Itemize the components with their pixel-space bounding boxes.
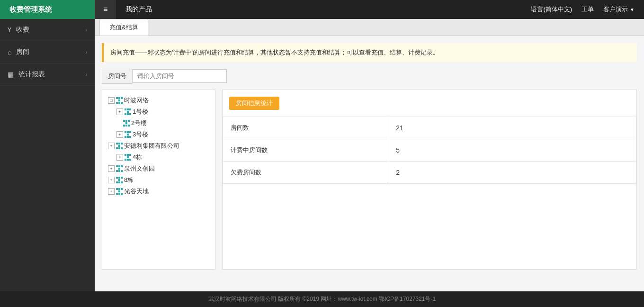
- expand-icon[interactable]: +: [116, 154, 123, 161]
- building-icon: [116, 188, 123, 195]
- ticket-button[interactable]: 工单: [581, 5, 594, 14]
- banner-text: 房间充值——对状态为'计费中'的房间进行充值和结算，其他状态暂不支持充值和结算；…: [110, 49, 439, 56]
- footer-text: 武汉时波网络技术有限公司 版权所有 ©2019 网址：www.tw-iot.co…: [208, 296, 436, 302]
- search-label: 房间号: [102, 69, 132, 84]
- tree-node-building1[interactable]: + 1号楼: [107, 106, 210, 117]
- stat-label-billing-count: 计费中房间数: [223, 139, 388, 161]
- stat-label-room-count: 房间数: [223, 117, 388, 139]
- tree-node-label: 2号楼: [131, 119, 147, 127]
- tree-node-4dong[interactable]: + 4栋: [107, 152, 210, 163]
- expand-icon[interactable]: +: [108, 143, 115, 149]
- building-icon: [125, 154, 131, 161]
- customer-demo-button[interactable]: 客户演示 ▼: [603, 5, 635, 14]
- table-row: 计费中房间数 5: [223, 139, 636, 161]
- tree-node-label: 光谷天地: [124, 187, 149, 196]
- stat-value-room-count: 21: [388, 117, 636, 139]
- expand-icon[interactable]: +: [116, 131, 123, 138]
- expand-icon[interactable]: +: [108, 177, 115, 183]
- tree-node-8dong[interactable]: + 8栋: [107, 174, 210, 186]
- search-input[interactable]: [132, 69, 227, 83]
- report-icon: ▦: [8, 71, 14, 78]
- sidebar-room-label: 房间: [16, 48, 29, 56]
- chevron-right-icon: ›: [86, 50, 87, 55]
- tree-node-building2[interactable]: 2号楼: [107, 117, 210, 129]
- chevron-right-icon: ›: [86, 72, 87, 77]
- menu-button[interactable]: ≡: [95, 0, 116, 19]
- building-icon: [123, 120, 130, 126]
- building-icon: [125, 108, 131, 115]
- language-button[interactable]: 语言(简体中文): [531, 5, 572, 14]
- expand-icon[interactable]: +: [116, 108, 123, 115]
- tree-node-label: 1号楼: [133, 108, 148, 116]
- content-area: 充值&结算 房间充值——对状态为'计费中'的房间进行充值和结算，其他状态暂不支持…: [95, 19, 644, 291]
- chevron-down-icon: ▼: [630, 7, 635, 12]
- tree-node-label: 3号楼: [133, 130, 148, 139]
- stat-value-overdue-count: 2: [388, 161, 636, 183]
- table-row: 房间数 21: [223, 117, 636, 139]
- tree-node-label: 8栋: [124, 176, 134, 184]
- tab-recharge[interactable]: 充值&结算: [99, 19, 148, 36]
- chevron-right-icon: ›: [86, 27, 87, 33]
- tree-panel: □ 时波网络: [102, 90, 215, 270]
- sidebar-report-label: 统计报表: [18, 70, 45, 79]
- stats-table: 房间数 21 计费中房间数 5 欠费房间数 2: [223, 117, 636, 184]
- stats-header: 房间信息统计: [229, 97, 279, 110]
- sidebar-charge-label: 收费: [16, 26, 29, 34]
- expand-icon[interactable]: +: [108, 165, 115, 172]
- top-nav: 收费管理系统 ≡ 我的产品 语言(简体中文) 工单 客户演示 ▼: [0, 0, 644, 19]
- two-col-layout: □ 时波网络: [102, 90, 637, 270]
- room-icon: ⌂: [8, 48, 11, 56]
- building-icon: [125, 131, 131, 138]
- table-row: 欠费房间数 2: [223, 161, 636, 183]
- building-icon: [116, 97, 123, 104]
- tree-node-andeli[interactable]: + 安德利集团有限公司: [107, 140, 210, 152]
- building-icon: [116, 165, 123, 172]
- stat-label-overdue-count: 欠费房间数: [223, 161, 388, 183]
- tree-node-label: 4栋: [133, 153, 142, 162]
- info-banner: 房间充值——对状态为'计费中'的房间进行充值和结算，其他状态暂不支持充值和结算；…: [102, 43, 637, 62]
- stat-value-billing-count: 5: [388, 139, 636, 161]
- product-label[interactable]: 我的产品: [116, 5, 161, 14]
- sidebar-item-charge[interactable]: ¥ 收费 ›: [0, 19, 95, 41]
- sidebar-item-report[interactable]: ▦ 统计报表 ›: [0, 63, 95, 86]
- tree-node-quanzhou[interactable]: + 泉州文创园: [107, 163, 210, 174]
- sidebar: ¥ 收费 › ⌂ 房间 › ▦ 统计报表 ›: [0, 19, 95, 291]
- main-layout: ¥ 收费 › ⌂ 房间 › ▦ 统计报表 › 充值&结算: [0, 19, 644, 291]
- building-icon: [116, 177, 123, 183]
- sidebar-item-room[interactable]: ⌂ 房间 ›: [0, 41, 95, 63]
- tree-node-guanggu[interactable]: + 光谷天地: [107, 186, 210, 197]
- charge-icon: ¥: [8, 26, 11, 34]
- hamburger-icon: ≡: [103, 5, 107, 14]
- tab-bar: 充值&结算: [95, 19, 644, 36]
- page-content: 房间充值——对状态为'计费中'的房间进行充值和结算，其他状态暂不支持充值和结算；…: [95, 36, 644, 291]
- stats-panel: 房间信息统计 房间数 21 计费中房间数 5 欠费房间数: [222, 90, 637, 270]
- search-row: 房间号: [102, 69, 637, 84]
- expand-collapse-icon[interactable]: □: [108, 97, 115, 104]
- expand-icon[interactable]: +: [108, 188, 115, 195]
- tab-recharge-label: 充值&结算: [109, 24, 138, 31]
- app-logo: 收费管理系统: [0, 0, 95, 19]
- tree-node-shibowang[interactable]: □ 时波网络: [107, 95, 210, 106]
- app-title: 收费管理系统: [9, 5, 52, 14]
- tree-node-building3[interactable]: + 3号楼: [107, 129, 210, 140]
- tree-node-label: 时波网络: [124, 96, 149, 105]
- top-nav-right: 语言(简体中文) 工单 客户演示 ▼: [531, 5, 644, 14]
- footer: 武汉时波网络技术有限公司 版权所有 ©2019 网址：www.tw-iot.co…: [0, 291, 644, 307]
- building-icon: [116, 143, 123, 149]
- customer-label: 客户演示: [603, 5, 628, 14]
- tree-node-label: 安德利集团有限公司: [124, 142, 179, 150]
- tree-node-label: 泉州文创园: [124, 164, 155, 173]
